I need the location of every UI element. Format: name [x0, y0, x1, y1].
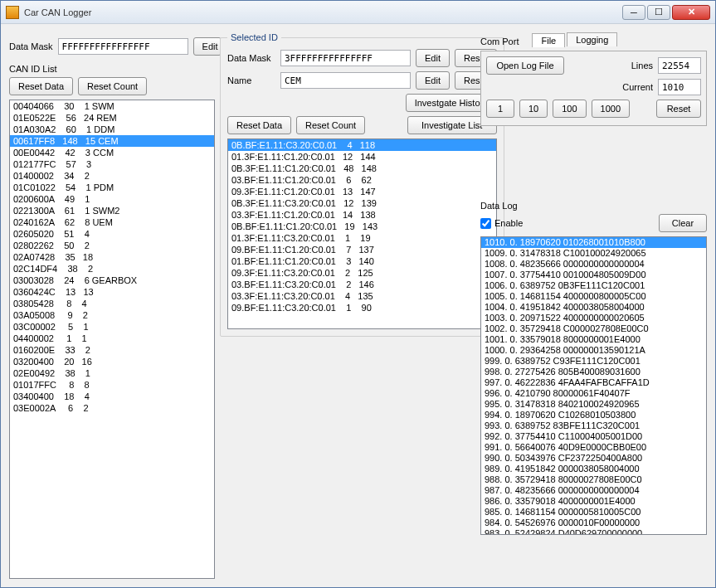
list-row[interactable]: 997. 0. 46222836 4FAA4FAFBCAFFA1D	[481, 377, 706, 388]
list-row[interactable]: 983. 0. 52429824 D40D629700000000	[481, 528, 706, 535]
list-row[interactable]: 04400002 1 1	[10, 333, 214, 344]
list-row[interactable]: 994. 0. 18970620 C10268010503800	[481, 410, 706, 420]
list-row[interactable]: 1005. 0. 14681154 4000000800005C00	[481, 291, 706, 302]
step-reset-button[interactable]: Reset	[656, 100, 701, 118]
list-row[interactable]: 03A05008 9 2	[10, 309, 214, 321]
list-row[interactable]: 01A030A2 60 1 DDM	[10, 124, 214, 135]
list-row[interactable]: 1000. 0. 29364258 000000013590121A	[481, 345, 706, 356]
list-row[interactable]: 995. 0. 31478318 8402100024920965	[481, 399, 706, 410]
list-row[interactable]: 01.3F:E1.11:C1.20:C0.01 12 144	[228, 151, 496, 163]
data-mask-input[interactable]	[58, 38, 188, 55]
step-10-button[interactable]: 10	[519, 100, 548, 118]
open-log-file-button[interactable]: Open Log File	[486, 56, 564, 75]
list-row[interactable]: 02605020 51 4	[10, 228, 214, 240]
list-row[interactable]: 986. 0. 33579018 4000000001E4000	[481, 496, 706, 507]
list-row[interactable]: 02C14DF4 38 2	[10, 263, 214, 275]
list-row[interactable]: 01C01022 54 1 PDM	[10, 182, 214, 193]
list-row[interactable]: 991. 0. 56640076 40D9E0000CBB0E00	[481, 442, 706, 453]
list-row[interactable]: 012177FC 57 3	[10, 158, 214, 170]
list-row[interactable]: 1010. 0. 18970620 010268001010B800	[481, 237, 706, 248]
data-log-listbox[interactable]: 1010. 0. 18970620 010268001010B8001009. …	[480, 236, 707, 535]
list-row[interactable]: 1003. 0. 20971522 4000000000020605	[481, 313, 706, 323]
enable-checkbox-label[interactable]: Enable	[480, 218, 523, 229]
can-id-listbox[interactable]: 00404066 30 1 SWM01E0522E 56 24 REM01A03…	[9, 100, 215, 579]
list-row[interactable]: 03.3F:E1.11:C1.20:C0.01 14 138	[228, 209, 496, 221]
step-1-button[interactable]: 1	[486, 100, 514, 118]
list-row[interactable]: 992. 0. 37754410 C110004005001D00	[481, 431, 706, 442]
list-row[interactable]: 985. 0. 14681154 0000005810005C00	[481, 507, 706, 518]
step-100-button[interactable]: 100	[553, 100, 586, 118]
sel-reset-data-button[interactable]: Reset Data	[227, 116, 291, 134]
list-row[interactable]: 987. 0. 48235666 0000000000000004	[481, 485, 706, 496]
list-row[interactable]: 03.BF:E1.11:C1.20:C0.01 6 62	[228, 174, 496, 186]
edit-button[interactable]: Edit	[193, 37, 222, 56]
list-row[interactable]: 02E00492 38 1	[10, 367, 214, 379]
list-row[interactable]: 01017FFC 8 8	[10, 379, 214, 391]
selected-id-listbox[interactable]: 0B.BF:E1.11:C3.20:C0.01 4 11801.3F:E1.11…	[227, 138, 497, 329]
list-row[interactable]: 00404066 30 1 SWM	[10, 100, 214, 112]
close-button[interactable]: ✕	[672, 5, 710, 20]
list-row[interactable]: 1008. 0. 48235666 0000000000000004	[481, 259, 706, 270]
list-row[interactable]: 0B.3F:E1.11:C1.20:C0.01 48 148	[228, 163, 496, 174]
reset-data-button[interactable]: Reset Data	[9, 77, 73, 95]
enable-checkbox[interactable]	[480, 218, 491, 229]
list-row[interactable]: 09.BF:E1.11:C1.20:C0.01 7 137	[228, 244, 496, 255]
titlebar[interactable]: Car CAN Logger ─ ☐ ✕	[1, 1, 715, 24]
list-row[interactable]: 1002. 0. 35729418 C0000027808E00C0	[481, 323, 706, 334]
list-row[interactable]: 999. 0. 6389752 C93FE111C120C001	[481, 356, 706, 367]
sel-mask-edit-button[interactable]: Edit	[416, 49, 450, 67]
list-row[interactable]: 1001. 0. 33579018 8000000001E4000	[481, 334, 706, 345]
list-row[interactable]: 0B.3F:E1.11:C3.20:C0.01 12 139	[228, 197, 496, 209]
list-row[interactable]: 01400002 34 2	[10, 170, 214, 182]
list-row[interactable]: 1009. 0. 31478318 C100100024920065	[481, 248, 706, 259]
sel-reset-count-button[interactable]: Reset Count	[296, 116, 365, 134]
list-row[interactable]: 02802262 50 2	[10, 240, 214, 251]
list-row[interactable]: 00E00442 42 3 CCM	[10, 147, 214, 158]
list-row[interactable]: 993. 0. 6389752 83BFE111C320C001	[481, 420, 706, 431]
list-row[interactable]: 00617FF8 148 15 CEM	[10, 135, 214, 147]
list-row[interactable]: 1004. 0. 41951842 4000038058004000	[481, 302, 706, 313]
clear-button[interactable]: Clear	[659, 214, 707, 232]
list-row[interactable]: 03.3F:E1.11:C3.20:C0.01 4 135	[228, 290, 496, 302]
list-row[interactable]: 0240162A 62 8 UEM	[10, 216, 214, 228]
list-row[interactable]: 0B.BF:E1.11:C3.20:C0.01 4 118	[228, 139, 496, 151]
list-row[interactable]: 03400400 18 4	[10, 391, 214, 402]
list-row[interactable]: 01.BF:E1.11:C1.20:C0.01 3 140	[228, 255, 496, 267]
list-row[interactable]: 998. 0. 27275426 805B400089031600	[481, 367, 706, 377]
list-row[interactable]: 0221300A 61 1 SWM2	[10, 205, 214, 216]
lines-value[interactable]	[658, 57, 701, 74]
sel-data-mask-input[interactable]	[280, 50, 411, 66]
list-row[interactable]: 990. 0. 50343976 CF2372250400A800	[481, 453, 706, 464]
list-row[interactable]: 0160200E 33 2	[10, 344, 214, 356]
list-row[interactable]: 996. 0. 4210790 80000061F40407F	[481, 388, 706, 399]
list-row[interactable]: 0200600A 49 1	[10, 193, 214, 205]
list-row[interactable]: 989. 0. 41951842 0000038058004000	[481, 464, 706, 474]
tab-logging[interactable]: Logging	[567, 32, 617, 46]
list-row[interactable]: 03003028 24 6 GEARBOX	[10, 275, 214, 286]
list-row[interactable]: 03E0002A 6 2	[10, 402, 214, 414]
list-row[interactable]: 0360424C 13 13	[10, 286, 214, 298]
minimize-button[interactable]: ─	[622, 5, 645, 20]
list-row[interactable]: 01.3F:E1.11:C3.20:C0.01 1 19	[228, 232, 496, 244]
list-row[interactable]: 0B.BF:E1.11:C1.20:C0.01 19 143	[228, 221, 496, 232]
sel-name-edit-button[interactable]: Edit	[416, 71, 450, 90]
list-row[interactable]: 984. 0. 54526976 0000010F00000000	[481, 518, 706, 528]
list-row[interactable]: 03805428 8 4	[10, 298, 214, 309]
step-1000-button[interactable]: 1000	[592, 100, 630, 118]
list-row[interactable]: 1007. 0. 37754410 0010004805009D00	[481, 270, 706, 280]
list-row[interactable]: 1006. 0. 6389752 0B3FE111C120C001	[481, 280, 706, 291]
tab-file[interactable]: File	[532, 33, 565, 47]
list-row[interactable]: 03C00002 5 1	[10, 321, 214, 333]
reset-count-button[interactable]: Reset Count	[78, 77, 147, 95]
list-row[interactable]: 03.BF:E1.11:C3.20:C0.01 2 146	[228, 279, 496, 290]
maximize-button[interactable]: ☐	[647, 5, 670, 20]
sel-name-input[interactable]	[280, 72, 411, 89]
list-row[interactable]: 03200400 20 16	[10, 356, 214, 367]
list-row[interactable]: 09.3F:E1.11:C3.20:C0.01 2 125	[228, 267, 496, 279]
list-row[interactable]: 09.3F:E1.11:C1.20:C0.01 13 147	[228, 186, 496, 197]
current-value[interactable]	[658, 79, 701, 95]
list-row[interactable]: 02A07428 35 18	[10, 251, 214, 263]
list-row[interactable]: 01E0522E 56 24 REM	[10, 112, 214, 124]
list-row[interactable]: 988. 0. 35729418 80000027808E00C0	[481, 474, 706, 485]
list-row[interactable]: 09.BF:E1.11:C3.20:C0.01 1 90	[228, 302, 496, 313]
